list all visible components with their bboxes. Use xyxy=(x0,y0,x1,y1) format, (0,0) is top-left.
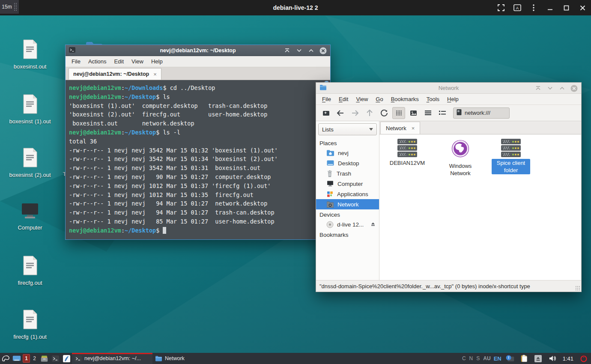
layout-indicator[interactable]: EN xyxy=(494,355,501,362)
close-icon[interactable] xyxy=(570,84,578,92)
menu-view[interactable]: View xyxy=(352,95,371,104)
terminal-line: -rw-r--r-- 1 nevj nevj 85 Mar 15 01:27 u… xyxy=(69,217,326,226)
network-item-windows-network[interactable]: Windows Network xyxy=(442,139,479,177)
tab-close-icon[interactable]: × xyxy=(153,71,157,78)
clipboard-icon[interactable] xyxy=(519,353,530,364)
view-thumb-button[interactable] xyxy=(407,107,420,119)
fullscreen-icon[interactable] xyxy=(496,3,506,13)
maximize-icon[interactable] xyxy=(558,84,566,92)
screen: { "host": { "timer": "15m", "title": "de… xyxy=(0,0,591,364)
back-button[interactable] xyxy=(334,107,347,119)
menu-edit[interactable]: Edit xyxy=(111,57,127,66)
mousepad-icon[interactable] xyxy=(61,353,72,364)
globe-purple-icon xyxy=(451,139,470,160)
close-icon[interactable] xyxy=(319,47,327,54)
clock[interactable]: 1:41 xyxy=(561,355,575,362)
sidebar-item-network[interactable]: Network xyxy=(316,199,379,209)
reload-button[interactable] xyxy=(378,107,391,119)
menu-file[interactable]: File xyxy=(319,95,334,104)
terminal-content[interactable]: nevj@debian12vm:~/Downloads$ cd ../Deskt… xyxy=(66,80,330,239)
menu-bookmarks[interactable]: Bookmarks xyxy=(388,95,422,104)
workspace-1[interactable]: 1 xyxy=(23,354,30,363)
terminal-line: nevj@debian12vm:~/Downloads$ cd ../Deskt… xyxy=(69,84,326,92)
desktop-icon-boxesinst-out[interactable]: boxesinst.out xyxy=(4,39,56,70)
menu-actions[interactable]: Actions xyxy=(85,57,110,66)
applications-icon xyxy=(326,191,334,198)
up-button[interactable] xyxy=(363,107,376,119)
menu-help[interactable]: Help xyxy=(444,95,462,104)
desktop-icon-boxesinst-1-out[interactable]: boxesinst (1).out xyxy=(4,94,56,125)
address-bar[interactable]: network:/// xyxy=(453,107,510,119)
menu-view[interactable]: View xyxy=(128,57,147,66)
home-folder-icon xyxy=(326,149,334,156)
menu-help[interactable]: Help xyxy=(148,57,166,66)
terminal-titlebar[interactable]: nevj@debian12vm: ~/Desktop xyxy=(66,45,330,56)
menu-go[interactable]: Go xyxy=(372,95,386,104)
doc-icon xyxy=(21,309,39,331)
desktop-icon-boxesinst-2-out[interactable]: boxesinst (2).out xyxy=(4,147,56,179)
terminal-line: -rw-r--r-- 1 nevj nevj 94 Mar 15 01:27 t… xyxy=(69,208,326,217)
keyboard-icon[interactable]: A xyxy=(512,3,522,13)
file-cabinet-icon[interactable] xyxy=(39,353,50,364)
desktop-icon-label: boxesinst (1).out xyxy=(9,118,51,125)
minimize-icon[interactable] xyxy=(545,3,555,13)
sidebar-mode-select[interactable]: Lists xyxy=(318,123,377,135)
power-icon[interactable] xyxy=(578,353,589,364)
maximize-icon[interactable] xyxy=(561,3,571,13)
volume-icon[interactable] xyxy=(547,353,558,364)
terminal-line: total 36 xyxy=(69,137,326,146)
sidebar-item-nevj[interactable]: nevj xyxy=(316,148,379,158)
files-titlebar[interactable]: Network xyxy=(316,83,581,94)
kebab-menu-icon[interactable] xyxy=(528,3,539,13)
tab-close-icon[interactable]: × xyxy=(412,125,415,131)
computer-icon xyxy=(20,202,40,222)
menu-tools[interactable]: Tools xyxy=(423,95,443,104)
sidebar-header-places: Places xyxy=(316,138,379,148)
files-tab[interactable]: Network × xyxy=(380,122,420,134)
eject-icon[interactable] xyxy=(370,221,376,228)
terminal-line: -rw-r--r-- 1 nevj nevj 3542 Mar 15 01:31… xyxy=(69,164,326,173)
network-item-spice-client-folder[interactable]: Spice client folder xyxy=(492,139,530,174)
terminal-app-icon[interactable] xyxy=(50,353,61,364)
shade-icon[interactable] xyxy=(534,84,542,92)
forward-button[interactable] xyxy=(349,107,361,119)
server-icon xyxy=(501,139,521,157)
menu-file[interactable]: File xyxy=(68,57,84,66)
maximize-icon[interactable] xyxy=(307,47,315,54)
task-button-network[interactable]: Network xyxy=(152,353,233,364)
view-detail-button[interactable] xyxy=(421,107,434,119)
terminal-tab[interactable]: nevj@debian12vm: ~/Desktop × xyxy=(69,68,161,80)
doc-icon xyxy=(21,39,39,61)
xfce-menu-icon[interactable] xyxy=(0,353,11,364)
minimize-icon[interactable] xyxy=(546,84,554,92)
sidebar-item-trash[interactable]: Trash xyxy=(316,168,379,179)
notification-icon[interactable]: ! xyxy=(504,353,516,364)
terminal-app-icon xyxy=(75,355,82,362)
minimize-icon[interactable] xyxy=(295,47,303,54)
trash-small-icon xyxy=(326,170,333,177)
files-icon-view[interactable]: DEBIAN12VMWindows NetworkSpice client fo… xyxy=(379,134,581,280)
menu-edit[interactable]: Edit xyxy=(335,95,352,104)
host-window-bar[interactable]: 15m debian-live-12 2 A xyxy=(0,0,591,15)
sidebar-item-d-live-12-[interactable]: d-live 12... xyxy=(316,219,379,230)
network-item-debian12vm[interactable]: DEBIAN12VM xyxy=(388,139,427,167)
sidebar-item-computer[interactable]: Computer xyxy=(316,179,379,189)
sidebar-item-label: Desktop xyxy=(338,160,359,167)
task-button-nevj-debian12vm-[interactable]: nevj@debian12vm: ~/... xyxy=(72,353,152,364)
view-compact-button[interactable] xyxy=(436,107,449,119)
sidebar-item-desktop[interactable]: Desktop xyxy=(316,158,379,168)
view-grid-button[interactable] xyxy=(392,107,405,119)
desktop-icon-label: firecfg.out xyxy=(18,279,42,286)
close-icon[interactable] xyxy=(577,3,588,13)
new-tab-button[interactable] xyxy=(319,107,332,119)
shade-icon[interactable] xyxy=(283,47,291,54)
workspace-2[interactable]: 2 xyxy=(31,354,38,363)
resize-grip[interactable] xyxy=(575,286,580,291)
desktop-icon-firecfg-out[interactable]: firecfg.out xyxy=(4,255,56,286)
eject-tray-icon[interactable] xyxy=(533,353,544,364)
sidebar-item-applications[interactable]: Applications xyxy=(316,189,379,199)
desktop-icon-firecfg-1-out[interactable]: firecfg (1).out xyxy=(4,309,56,340)
sidebar-header-bookmarks: Bookmarks xyxy=(316,230,379,239)
desktop-icon-computer[interactable]: Computer xyxy=(4,202,56,231)
show-desktop-icon[interactable] xyxy=(11,353,22,364)
